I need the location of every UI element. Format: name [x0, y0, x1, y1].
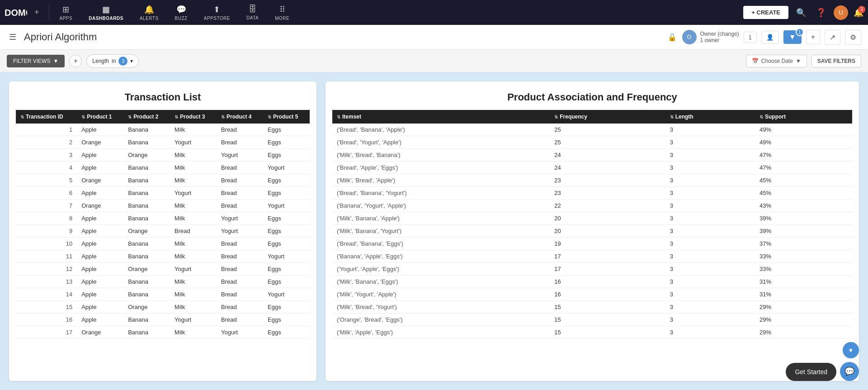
filter-pill-chevron: ▾ — [130, 58, 133, 64]
nav-items-list: ⊞ APPS ▦ DASHBOARDS 🔔 ALERTS 💬 BUZZ ⬆ AP… — [52, 2, 744, 23]
table-row: ('Milk', 'Bread', 'Yogurt')15329% — [332, 301, 852, 314]
nav-item-appstore[interactable]: ⬆ APPSTORE — [196, 2, 238, 23]
buzz-label: BUZZ — [175, 16, 188, 21]
col-transaction-id[interactable]: ⇅Transaction ID — [16, 110, 77, 124]
choose-date-button[interactable]: 📅 Choose Date ▼ — [746, 55, 807, 67]
appstore-icon: ⬆ — [213, 5, 220, 14]
col-product-5[interactable]: ⇅Product 5 — [263, 110, 310, 124]
table-row: ('Banana', 'Apple', 'Eggs')17333% — [332, 250, 852, 263]
more-label: MORE — [275, 16, 289, 21]
length-filter-pill[interactable]: Length in 3 ▾ — [86, 54, 139, 68]
table-row: ('Bread', 'Banana', 'Yogurt')23345% — [332, 187, 852, 200]
table-row: ('Yogurt', 'Apple', 'Eggs')17333% — [332, 263, 852, 276]
nav-item-more[interactable]: ⠿ MORE — [267, 2, 297, 23]
settings-button[interactable]: ⚙ — [845, 30, 861, 45]
floating-filter-icon[interactable]: ▼ — [843, 342, 859, 358]
dashboards-label: DASHBOARDS — [89, 16, 123, 21]
notifications-button[interactable]: 🔔 3 — [854, 8, 863, 18]
alerts-icon: 🔔 — [144, 5, 154, 14]
table-row: ('Milk', 'Banana', 'Apple')20339% — [332, 212, 852, 225]
nav-plus-button[interactable]: + — [31, 8, 43, 17]
filter-active-button[interactable]: ▼ 1 — [783, 30, 802, 44]
table-row: ('Milk', 'Banana', 'Eggs')16331% — [332, 276, 852, 288]
search-icon[interactable]: 🔍 — [794, 5, 808, 20]
table-row: ('Bread', 'Yogurt', 'Apple')25349% — [332, 136, 852, 149]
col-itemset[interactable]: ⇅Itemset — [332, 110, 550, 124]
owner-count-text: 1 owner — [700, 37, 739, 43]
table-row: 17OrangeBananaMilkYogurtEggs — [16, 326, 310, 339]
col-support[interactable]: ⇅Support — [755, 110, 852, 124]
table-row: ('Bread', 'Banana', 'Eggs')19337% — [332, 238, 852, 250]
col-product-4[interactable]: ⇅Product 4 — [217, 110, 263, 124]
domo-logo[interactable]: DOMO — [5, 6, 27, 19]
logo-area: DOMO + — [5, 5, 52, 20]
table-row: 3AppleOrangeMilkYogurtEggs — [16, 149, 310, 162]
association-table-container[interactable]: ⇅Itemset ⇅Frequency ⇅Length ⇅Support ('B… — [332, 110, 852, 374]
filter-pill-label: Length — [92, 58, 109, 64]
table-row: 16AppleBananaYogurtBreadEggs — [16, 314, 310, 326]
dashboards-icon: ▦ — [102, 5, 110, 14]
owner-count-button[interactable]: 1 — [744, 32, 757, 43]
filter-views-label: FILTER VIEWS — [13, 58, 50, 64]
table-row: 10AppleBananaMilkBreadEggs — [16, 238, 310, 250]
add-card-button[interactable]: + — [806, 30, 820, 44]
share-button[interactable]: ↗ — [825, 30, 840, 45]
nav-divider — [49, 5, 49, 20]
help-icon[interactable]: ❓ — [814, 5, 828, 20]
table-row: 4AppleBananaMilkBreadYogurt — [16, 162, 310, 174]
create-button[interactable]: + CREATE — [743, 6, 788, 19]
owner-section: O Owner (change) 1 owner — [682, 30, 739, 44]
col-product-1[interactable]: ⇅Product 1 — [77, 110, 123, 124]
col-product-2[interactable]: ⇅Product 2 — [123, 110, 170, 124]
table-row: ('Bread', 'Apple', 'Eggs')24347% — [332, 162, 852, 174]
nav-item-apps[interactable]: ⊞ APPS — [52, 2, 81, 23]
dashboard-header: ☰ Apriori Algorithm 🔓 O Owner (change) 1… — [0, 25, 868, 50]
chevron-down-icon: ▼ — [53, 58, 58, 64]
table-row: ('Orange', 'Bread', 'Eggs')15329% — [332, 314, 852, 326]
table-row: 8AppleBananaMilkYogurtEggs — [16, 212, 310, 225]
save-filters-button[interactable]: SAVE FILTERS — [811, 55, 861, 67]
page-title: Apriori Algorithm — [24, 31, 662, 43]
table-row: 9AppleOrangeBreadYogurtEggs — [16, 225, 310, 238]
choose-date-label: Choose Date — [761, 58, 793, 64]
nav-item-dashboards[interactable]: ▦ DASHBOARDS — [80, 2, 132, 23]
nav-item-data[interactable]: 🗄 DATA — [238, 2, 267, 23]
nav-item-alerts[interactable]: 🔔 ALERTS — [132, 2, 167, 23]
active-filter-badge: 1 — [796, 28, 804, 36]
svg-text:DOMO: DOMO — [5, 8, 27, 18]
filter-icon: ▼ — [789, 33, 796, 41]
table-row: ('Milk', 'Bread', 'Apple')23345% — [332, 174, 852, 187]
transaction-list-card: Transaction List ⇅Transaction ID ⇅Produc… — [9, 81, 316, 381]
table-row: 13AppleBananaMilkBreadEggs — [16, 276, 310, 288]
user-avatar[interactable]: U — [834, 5, 848, 20]
filter-views-button[interactable]: FILTER VIEWS ▼ — [7, 55, 65, 67]
chat-button[interactable]: 💬 — [840, 362, 859, 381]
col-length[interactable]: ⇅Length — [665, 110, 755, 124]
filter-bar: FILTER VIEWS ▼ + Length in 3 ▾ 📅 Choose … — [0, 50, 868, 72]
table-row: ('Milk', 'Apple', 'Eggs')15329% — [332, 326, 852, 339]
table-row: ('Milk', 'Yogurt', 'Apple')16331% — [332, 288, 852, 301]
hamburger-menu[interactable]: ☰ — [7, 30, 19, 44]
table-row: 7OrangeBananaMilkBreadYogurt — [16, 200, 310, 212]
transaction-table-container[interactable]: ⇅Transaction ID ⇅Product 1 ⇅Product 2 ⇅P… — [16, 110, 310, 374]
person-icon-button[interactable]: 👤 — [761, 31, 779, 44]
nav-item-buzz[interactable]: 💬 BUZZ — [167, 2, 196, 23]
calendar-icon: 📅 — [752, 58, 759, 64]
table-row: 6AppleBananaYogurtBreadEggs — [16, 187, 310, 200]
lock-icon[interactable]: 🔓 — [668, 33, 677, 42]
buzz-icon: 💬 — [176, 5, 186, 14]
data-label: DATA — [246, 15, 259, 20]
top-navigation: DOMO + ⊞ APPS ▦ DASHBOARDS 🔔 ALERTS 💬 BU… — [0, 0, 868, 25]
col-frequency[interactable]: ⇅Frequency — [550, 110, 665, 124]
table-row: 5OrangeBananaMilkBreadEggs — [16, 174, 310, 187]
col-product-3[interactable]: ⇅Product 3 — [170, 110, 217, 124]
apps-label: APPS — [60, 16, 73, 21]
get-started-button[interactable]: Get Started — [786, 363, 836, 381]
association-title: Product Association and Frequency — [326, 81, 859, 110]
more-icon: ⠿ — [279, 5, 285, 14]
owner-change-link[interactable]: Owner (change) — [700, 31, 739, 37]
add-filter-button[interactable]: + — [69, 55, 82, 67]
filter-pill-count: 3 — [118, 57, 127, 66]
main-content: Transaction List ⇅Transaction ID ⇅Produc… — [0, 72, 868, 390]
transaction-table-header-row: ⇅Transaction ID ⇅Product 1 ⇅Product 2 ⇅P… — [16, 110, 310, 124]
